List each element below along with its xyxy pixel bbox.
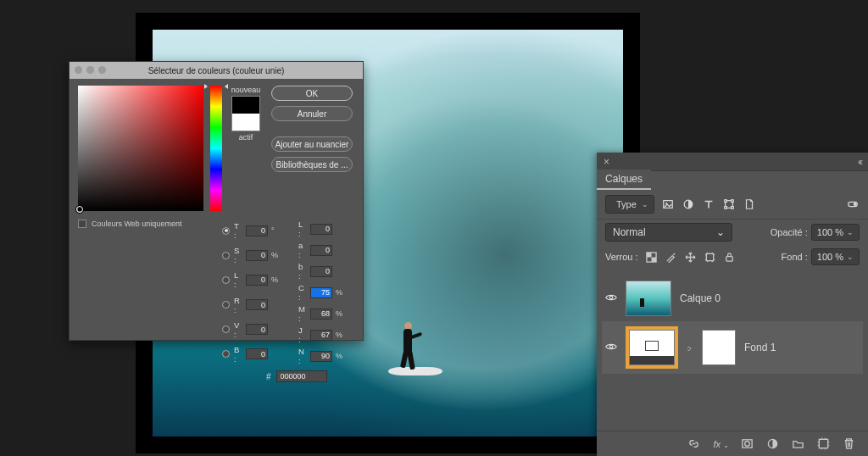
link-layers-icon[interactable] xyxy=(687,437,701,451)
new-group-icon[interactable] xyxy=(792,437,805,451)
color-libraries-button[interactable]: Bibliothèques de ... xyxy=(271,157,353,172)
collapse-icon[interactable]: ‹‹ xyxy=(858,156,861,168)
panel-header[interactable]: × ‹‹ xyxy=(597,153,868,171)
s-input[interactable] xyxy=(246,250,268,261)
ok-button[interactable]: OK xyxy=(271,86,353,101)
m-input[interactable] xyxy=(310,309,332,320)
b-radio[interactable] xyxy=(222,350,230,358)
window-controls[interactable] xyxy=(75,66,106,74)
lock-pixels-icon[interactable] xyxy=(665,251,677,263)
add-to-swatches-button[interactable]: Ajouter au nuancier xyxy=(271,136,353,152)
sat-radio[interactable] xyxy=(222,252,230,259)
t-unit: ° xyxy=(271,226,281,235)
fill-label: Fond : xyxy=(782,252,808,262)
t-label: T : xyxy=(234,221,242,240)
blend-mode-dropdown[interactable]: Normal ⌄ xyxy=(605,223,732,242)
layer-row[interactable]: 𐑋 Fond 1 xyxy=(602,321,863,374)
cancel-button[interactable]: Annuler xyxy=(271,106,353,121)
lab-L-input[interactable] xyxy=(310,224,332,235)
filter-type-label: Type xyxy=(616,199,637,209)
lock-artboard-icon[interactable] xyxy=(704,251,716,263)
svg-rect-13 xyxy=(647,252,652,257)
v-label: V : xyxy=(234,320,242,339)
layer-mask-thumbnail[interactable] xyxy=(702,330,736,365)
fill-value: 100 % xyxy=(817,252,843,262)
layer-effects-icon[interactable]: fx ⌄ xyxy=(713,439,729,449)
sv-picker-handle[interactable] xyxy=(76,206,83,213)
delete-layer-icon[interactable] xyxy=(843,437,856,451)
lock-transparent-icon[interactable] xyxy=(646,251,658,263)
libraries-label: Bibliothèques de ... xyxy=(275,160,348,170)
hsb-fields: T : ° S : % L : % R : V : xyxy=(222,220,281,365)
fill-value-input[interactable]: 100 % ⌄ xyxy=(811,248,860,265)
b-label: B : xyxy=(234,345,242,364)
layers-panel: × ‹‹ Calques Type ⌄ Normal ⌄ Opacité : 1… xyxy=(597,153,868,456)
layer-filter-type-dropdown[interactable]: Type ⌄ xyxy=(605,195,654,214)
lab-a-label: a : xyxy=(298,241,307,259)
filter-shape-icon[interactable] xyxy=(722,197,736,211)
filter-type-icon[interactable] xyxy=(702,197,715,211)
web-colors-only-label: Couleurs Web uniquement xyxy=(92,220,181,228)
opacity-value-input[interactable]: 100 % ⌄ xyxy=(811,224,860,241)
new-adjustment-icon[interactable] xyxy=(766,437,780,451)
saturation-value-field[interactable] xyxy=(78,86,203,211)
filter-pixel-icon[interactable] xyxy=(661,197,675,211)
v-input[interactable] xyxy=(246,324,268,335)
layer-mask-link-icon[interactable]: 𐑋 xyxy=(687,343,693,353)
lock-position-icon[interactable] xyxy=(685,251,697,263)
visibility-toggle-icon[interactable] xyxy=(605,342,617,353)
hex-input[interactable] xyxy=(276,370,327,382)
lock-all-icon[interactable] xyxy=(724,251,736,263)
s-label: S : xyxy=(234,246,242,264)
hue-slider[interactable] xyxy=(210,86,222,211)
lab-L-label: L : xyxy=(298,220,307,238)
new-layer-icon[interactable] xyxy=(817,437,831,451)
lab-b-input[interactable] xyxy=(310,266,332,277)
m-unit: % xyxy=(336,309,346,318)
layer-name[interactable]: Fond 1 xyxy=(744,342,776,353)
tab-layers[interactable]: Calques xyxy=(597,170,651,190)
r-input[interactable] xyxy=(246,299,268,310)
current-color-label: actif xyxy=(239,133,253,142)
color-swatch-compare[interactable] xyxy=(231,96,260,131)
close-icon[interactable]: × xyxy=(604,156,609,168)
web-colors-only-checkbox[interactable] xyxy=(78,220,86,228)
filter-adjust-icon[interactable] xyxy=(682,197,695,211)
hue-radio[interactable] xyxy=(222,227,230,235)
layer-row[interactable]: Calque 0 xyxy=(602,275,863,321)
chevron-down-icon: ⌄ xyxy=(642,200,648,209)
visibility-toggle-icon[interactable] xyxy=(605,292,617,304)
n-unit: % xyxy=(336,352,346,360)
svg-point-20 xyxy=(745,441,750,446)
add-mask-icon[interactable] xyxy=(741,437,754,451)
v-radio[interactable] xyxy=(222,325,230,333)
t-input[interactable] xyxy=(246,225,268,236)
bri-radio[interactable] xyxy=(222,276,230,284)
layer-thumbnail-selected[interactable] xyxy=(626,326,678,369)
j-input[interactable] xyxy=(310,330,332,341)
m-label: M : xyxy=(298,304,307,323)
lab-b-label: b : xyxy=(298,262,307,281)
layer-name[interactable]: Calque 0 xyxy=(680,292,721,304)
r-radio[interactable] xyxy=(222,301,230,309)
b-input[interactable] xyxy=(246,348,268,359)
svg-rect-6 xyxy=(725,200,727,203)
l-unit: % xyxy=(271,275,281,284)
hex-prefix: # xyxy=(266,372,271,381)
svg-rect-9 xyxy=(731,207,733,209)
add-swatch-label: Ajouter au nuancier xyxy=(275,140,349,149)
c-input[interactable] xyxy=(310,287,332,298)
layer-thumbnail[interactable] xyxy=(626,281,671,316)
hue-slider-handle[interactable] xyxy=(208,84,225,89)
new-color-swatch xyxy=(232,97,259,114)
blend-mode-label: Normal xyxy=(613,226,646,238)
n-input[interactable] xyxy=(310,351,332,362)
color-picker-title: Sélecteur de couleurs (couleur unie) xyxy=(148,66,285,75)
lab-a-input[interactable] xyxy=(310,245,332,256)
layers-panel-footer: fx ⌄ xyxy=(597,431,868,456)
lab-cmjn-fields: L : a : b : C : % M : % J : xyxy=(298,220,346,365)
l-input[interactable] xyxy=(246,275,268,286)
filter-toggle-icon[interactable] xyxy=(846,197,860,211)
color-picker-titlebar[interactable]: Sélecteur de couleurs (couleur unie) xyxy=(70,62,363,79)
filter-smart-icon[interactable] xyxy=(743,197,756,211)
